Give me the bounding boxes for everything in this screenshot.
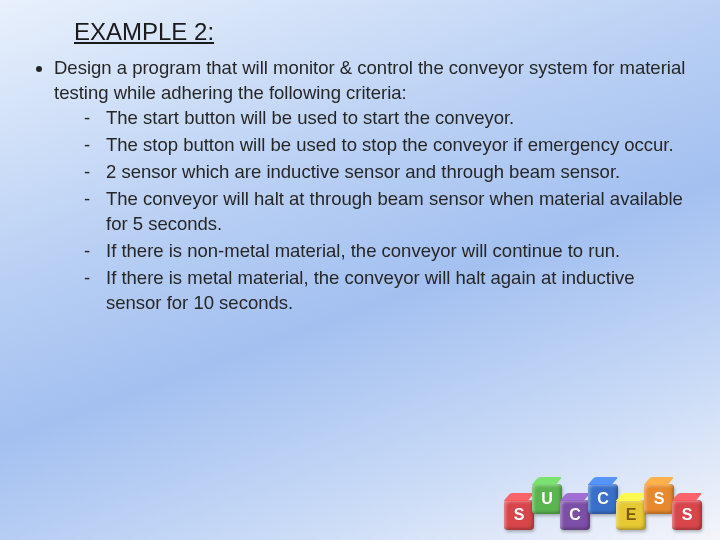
block-letter: C (560, 500, 590, 530)
criteria-item: 2 sensor which are inductive sensor and … (84, 160, 690, 185)
criteria-text: 2 sensor which are inductive sensor and … (106, 161, 620, 182)
intro-text: Design a program that will monitor & con… (54, 57, 685, 103)
slide-title: EXAMPLE 2: (74, 18, 690, 46)
intro-bullet: Design a program that will monitor & con… (54, 56, 690, 316)
block-letter: S (504, 500, 534, 530)
criteria-item: If there is non-metal material, the conv… (84, 239, 690, 264)
success-blocks-icon: S U C C E S S (506, 500, 702, 530)
block-letter: S (672, 500, 702, 530)
block-letter: C (588, 484, 618, 514)
criteria-text: The start button will be used to start t… (106, 107, 514, 128)
slide: EXAMPLE 2: Design a program that will mo… (0, 0, 720, 540)
criteria-item: The start button will be used to start t… (84, 106, 690, 131)
criteria-item: The conveyor will halt at through beam s… (84, 187, 690, 237)
criteria-item: If there is metal material, the conveyor… (84, 266, 690, 316)
criteria-item: The stop button will be used to stop the… (84, 133, 690, 158)
criteria-text: If there is metal material, the conveyor… (106, 267, 635, 313)
main-bullet-list: Design a program that will monitor & con… (30, 56, 690, 316)
block-letter: E (616, 500, 646, 530)
block-letter: S (644, 484, 674, 514)
block-letter: U (532, 484, 562, 514)
criteria-text: The stop button will be used to stop the… (106, 134, 674, 155)
criteria-list: The start button will be used to start t… (54, 106, 690, 316)
criteria-text: The conveyor will halt at through beam s… (106, 188, 683, 234)
criteria-text: If there is non-metal material, the conv… (106, 240, 620, 261)
